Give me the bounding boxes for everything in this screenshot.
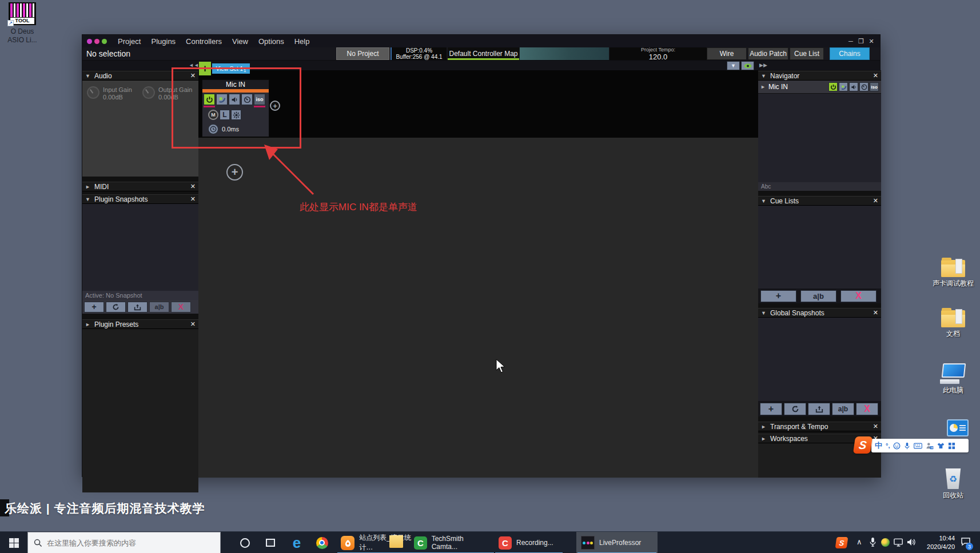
update-snapshot-button[interactable]: [106, 302, 126, 312]
maximize-icon[interactable]: ❒: [856, 38, 866, 45]
sogou-logo-icon[interactable]: S: [853, 436, 873, 454]
search-input[interactable]: [47, 539, 207, 547]
taskbar-chrome[interactable]: [310, 532, 334, 553]
plugin-presets-header[interactable]: ► Plugin Presets ✕: [82, 319, 198, 329]
ime-punctuation-icon[interactable]: °,: [886, 442, 890, 449]
expand-triangle-icon[interactable]: ►: [85, 322, 91, 327]
expand-triangle-icon[interactable]: ►: [760, 84, 766, 90]
task-view-button[interactable]: [258, 532, 282, 553]
project-name-button[interactable]: No Project: [336, 47, 389, 60]
taskbar-search-box[interactable]: [27, 532, 221, 553]
desktop-shortcut-asio[interactable]: TOOL ↗ O Deus ASIO Li...: [2, 2, 42, 45]
recall-global-snapshot-button[interactable]: [808, 403, 830, 415]
close-icon[interactable]: ✕: [190, 183, 196, 190]
close-icon[interactable]: ✕: [190, 320, 196, 328]
tray-chevron-up-icon[interactable]: ∧: [856, 538, 862, 546]
ime-emoji-icon[interactable]: [893, 442, 901, 450]
cue-lists-body[interactable]: [758, 206, 881, 288]
expand-right-icon[interactable]: ▶▶: [759, 62, 767, 68]
cortana-button[interactable]: [232, 532, 257, 553]
taskbar-file-explorer[interactable]: [384, 532, 408, 553]
expand-triangle-icon[interactable]: ►: [761, 436, 767, 442]
collapse-triangle-icon[interactable]: ▼: [761, 198, 767, 204]
expand-triangle-icon[interactable]: ►: [761, 424, 767, 430]
desktop-icon-soundcard-tutorial[interactable]: 声卡调试教程: [927, 260, 979, 287]
collapse-triangle-icon[interactable]: ▼: [761, 310, 767, 316]
listen-button[interactable]: [859, 82, 869, 91]
ime-voice-mic-icon[interactable]: [904, 442, 910, 450]
ime-toolbox-grid-icon[interactable]: [948, 442, 955, 450]
ime-profile-icon[interactable]: 12: [926, 442, 934, 450]
delete-cue-list-button[interactable]: X: [840, 290, 877, 302]
close-icon[interactable]: ✕: [873, 197, 878, 205]
collapse-triangle-icon[interactable]: ▼: [85, 197, 91, 202]
visibility-eye-button[interactable]: [741, 61, 754, 70]
minimize-icon[interactable]: ─: [846, 38, 856, 45]
taskbar-recorder[interactable]: C Recording...: [494, 532, 564, 553]
cue-lists-header[interactable]: ▼ Cue Lists ✕: [758, 196, 881, 206]
menu-project[interactable]: Project: [118, 37, 141, 46]
add-snapshot-button[interactable]: +: [84, 302, 104, 312]
rename-cue-list-button[interactable]: a|b: [800, 290, 836, 302]
update-global-snapshot-button[interactable]: [784, 403, 806, 415]
close-icon[interactable]: ✕: [190, 195, 196, 203]
input-gain-knob[interactable]: [87, 86, 99, 99]
bypass-button[interactable]: [839, 82, 848, 91]
desktop-icon-recycle-bin[interactable]: ♻ 回收站: [927, 468, 979, 499]
menu-options[interactable]: Options: [258, 37, 284, 46]
menu-plugins[interactable]: Plugins: [151, 37, 176, 46]
desktop-icon-this-pc[interactable]: 此电脑: [927, 363, 979, 394]
ime-keyboard-icon[interactable]: [914, 443, 922, 449]
rename-global-snapshot-button[interactable]: a|b: [832, 403, 854, 415]
tray-notification-button[interactable]: 3: [961, 537, 971, 548]
add-cue-list-button[interactable]: +: [760, 290, 796, 302]
audio-patch-button[interactable]: Audio Patch: [748, 47, 788, 60]
navigator-header[interactable]: ▼ Navigator ✕: [758, 71, 881, 81]
tray-clock[interactable]: 10:44 2020/4/20: [919, 534, 955, 551]
ime-mode-chinese[interactable]: 中: [875, 440, 882, 451]
collapse-triangle-icon[interactable]: ▼: [85, 73, 91, 79]
iso-button[interactable]: iso: [870, 82, 879, 91]
tray-sogou-icon[interactable]: S: [835, 537, 848, 548]
navigator-item-micin[interactable]: ► Mic IN: [758, 81, 881, 94]
plugin-snapshots-header[interactable]: ▼ Plugin Snapshots ✕: [82, 194, 198, 204]
plugin-snapshots-list[interactable]: [82, 204, 198, 291]
delete-snapshot-button[interactable]: X: [171, 302, 191, 312]
global-snapshots-body[interactable]: [758, 318, 881, 401]
recall-snapshot-button[interactable]: [128, 302, 148, 312]
rename-snapshot-button[interactable]: a|b: [149, 302, 169, 312]
output-gain-knob[interactable]: [142, 86, 155, 99]
power-button[interactable]: [828, 82, 838, 91]
ime-skin-shirt-icon[interactable]: [937, 442, 945, 449]
desktop-icon-task-manager[interactable]: [947, 419, 969, 436]
taskbar-camtasia[interactable]: C TechSmith Camta...: [409, 532, 495, 553]
menu-view[interactable]: View: [232, 37, 248, 46]
tray-microphone-icon[interactable]: [869, 537, 877, 547]
taskbar-edge[interactable]: e: [285, 532, 309, 553]
dropdown-triangle-button[interactable]: ▼: [727, 61, 740, 70]
desktop-icon-documents[interactable]: 文档: [927, 310, 979, 338]
add-global-snapshot-button[interactable]: +: [760, 403, 782, 415]
close-icon[interactable]: ✕: [873, 309, 878, 316]
global-snapshots-header[interactable]: ▼ Global Snapshots ✕: [758, 308, 881, 318]
taskbar-liveprofessor[interactable]: LiveProfessor: [576, 532, 658, 553]
project-tempo[interactable]: Project Tempo: 120.0: [609, 47, 707, 60]
close-icon[interactable]: ✕: [873, 423, 878, 430]
close-icon[interactable]: ✕: [866, 38, 877, 45]
mute-button[interactable]: [849, 82, 858, 91]
wire-button[interactable]: Wire: [707, 47, 747, 60]
controller-map-button[interactable]: Default Controller Map: [448, 47, 519, 60]
transport-tempo-header[interactable]: ► Transport & Tempo ✕: [758, 422, 881, 431]
tray-speaker-icon[interactable]: [907, 538, 917, 547]
close-icon[interactable]: ✕: [873, 72, 878, 79]
cue-list-button[interactable]: Cue List: [790, 47, 824, 60]
tray-globe-icon[interactable]: [881, 538, 890, 547]
add-chain-button[interactable]: +: [226, 164, 243, 181]
midi-panel-header[interactable]: ► MIDI ✕: [82, 182, 198, 191]
menu-controllers[interactable]: Controllers: [186, 37, 222, 46]
chains-button[interactable]: Chains: [830, 47, 870, 60]
start-button[interactable]: [0, 532, 27, 553]
delete-global-snapshot-button[interactable]: X: [856, 403, 878, 415]
expand-triangle-icon[interactable]: ►: [85, 184, 91, 190]
tray-display-icon[interactable]: [894, 538, 905, 547]
